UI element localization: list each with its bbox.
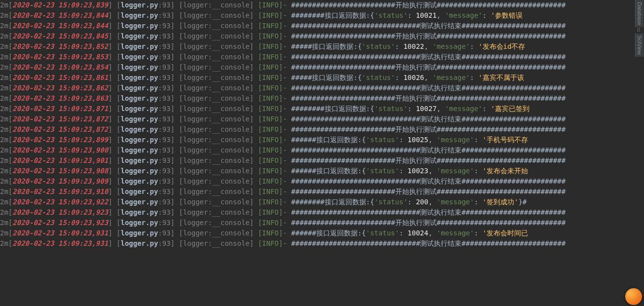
- log-line: 2m[2020-02-23 15:09:23,872] [logger.py:9…: [0, 114, 634, 124]
- log-line: 2m[2020-02-23 15:09:23,922] [logger.py:9…: [0, 197, 634, 207]
- drag-handle-icon: ⠿: [635, 27, 644, 34]
- log-line: 2m[2020-02-23 15:09:23,871] [logger.py:9…: [0, 104, 634, 114]
- log-line: 2m[2020-02-23 15:09:23,908] [logger.py:9…: [0, 166, 634, 176]
- log-line: 2m[2020-02-23 15:09:23,862] [logger.py:9…: [0, 83, 634, 93]
- log-line: 2m[2020-02-23 15:09:23,853] [logger.py:9…: [0, 52, 634, 62]
- log-line: 2m[2020-02-23 15:09:23,845] [logger.py:9…: [0, 31, 634, 41]
- log-line: 2m[2020-02-23 15:09:23,844] [logger.py:9…: [0, 21, 634, 31]
- log-line: 2m[2020-02-23 15:09:23,852] [logger.py:9…: [0, 41, 634, 52]
- tool-database[interactable]: Database: [635, 0, 644, 27]
- log-line: 2m[2020-02-23 15:09:23,899] [logger.py:9…: [0, 135, 634, 145]
- log-line: 2m[2020-02-23 15:09:23,839] [logger.py:9…: [0, 0, 634, 10]
- log-line: 2m[2020-02-23 15:09:23,872] [logger.py:9…: [0, 124, 634, 135]
- log-line: 2m[2020-02-23 15:09:23,931] [logger.py:9…: [0, 238, 634, 249]
- log-line: 2m[2020-02-23 15:09:23,861] [logger.py:9…: [0, 73, 634, 83]
- log-line: 2m[2020-02-23 15:09:23,910] [logger.py:9…: [0, 187, 634, 197]
- log-line: 2m[2020-02-23 15:09:23,844] [logger.py:9…: [0, 10, 634, 21]
- log-line: 2m[2020-02-23 15:09:23,923] [logger.py:9…: [0, 207, 634, 218]
- floating-action-button[interactable]: [625, 288, 642, 305]
- ide-right-toolbar: Database ⠿ SciView: [635, 0, 644, 99]
- tool-sciview[interactable]: SciView: [635, 34, 644, 57]
- log-line: 2m[2020-02-23 15:09:23,923] [logger.py:9…: [0, 218, 634, 228]
- log-line: 2m[2020-02-23 15:09:23,863] [logger.py:9…: [0, 93, 634, 104]
- log-line: 2m[2020-02-23 15:09:23,854] [logger.py:9…: [0, 62, 634, 73]
- log-line: 2m[2020-02-23 15:09:23,909] [logger.py:9…: [0, 176, 634, 187]
- log-line: 2m[2020-02-23 15:09:23,901] [logger.py:9…: [0, 155, 634, 166]
- log-line: 2m[2020-02-23 15:09:23,931] [logger.py:9…: [0, 228, 634, 238]
- console-log-output[interactable]: 2m[2020-02-23 15:09:23,839] [logger.py:9…: [0, 0, 634, 306]
- log-line: 2m[2020-02-23 15:09:23,900] [logger.py:9…: [0, 145, 634, 155]
